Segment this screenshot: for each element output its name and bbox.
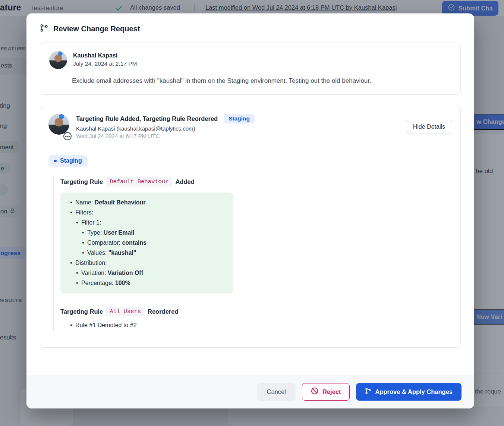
rule-name-chip: All Users [106, 307, 144, 316]
rule-reordered-suffix: Reordered [148, 308, 179, 315]
change-card-header: ••• Targeting Rule Added, Targeting Rule… [40, 106, 460, 146]
change-header-left: ••• Targeting Rule Added, Targeting Rule… [48, 114, 255, 139]
change-header-info: Targeting Rule Added, Targeting Rule Reo… [76, 114, 255, 139]
modal-title: Review Change Request [53, 25, 140, 33]
rule-reordered-prefix: Targeting Rule [60, 308, 103, 315]
rule-added-heading: Targeting Rule Default Behaviour Added [60, 177, 452, 187]
screen: { "colors": { "accent_blue": "#1d5bdb", … [0, 0, 504, 426]
comment-date: July 24, 2024 at 2:17 PM [73, 60, 137, 67]
list-item: Filter 1: [72, 217, 227, 228]
comment-text: Exclude email addresses with "kaushal" i… [72, 77, 451, 85]
branch-icon [365, 388, 372, 396]
approve-apply-label: Approve & Apply Changes [375, 388, 453, 395]
list-item: Rule #1 Demoted to #2 [66, 320, 452, 330]
hide-details-button[interactable]: Hide Details [406, 120, 452, 134]
list-item: Percentage: 100% [72, 278, 227, 288]
rule-name-chip: Default Behaviour [106, 177, 172, 187]
reject-button[interactable]: Reject [302, 383, 350, 401]
rule-added-prefix: Targeting Rule [60, 178, 103, 185]
list-item: Values: "kaushal" [78, 248, 227, 258]
ellipsis-badge-icon: ••• [63, 132, 72, 140]
avatar [49, 51, 67, 69]
cancel-button[interactable]: Cancel [257, 383, 296, 401]
comment-card: Kaushal Kapasi July 24, 2024 at 2:17 PM … [40, 43, 461, 95]
change-author: Kaushal Kapasi (kaushal.kapasi@taplytics… [76, 125, 255, 132]
env-badge: Staging [224, 114, 255, 123]
modal-footer: Cancel Reject Approve & Apply Changes [26, 375, 474, 408]
comment-author-info: Kaushal Kapasi July 24, 2024 at 2:17 PM [73, 51, 137, 69]
rule-added-detail-list: Name: Default Behaviour Filters: Filter … [66, 197, 227, 288]
list-item: Distribution: [66, 258, 227, 268]
branch-icon [40, 24, 48, 34]
change-card: ••• Targeting Rule Added, Targeting Rule… [40, 106, 461, 348]
env-dot-icon [54, 160, 57, 162]
env-pill: Staging [48, 155, 88, 167]
approve-apply-button[interactable]: Approve & Apply Changes [356, 383, 462, 401]
comment-author-name: Kaushal Kapasi [73, 51, 137, 59]
env-pill-label: Staging [60, 157, 82, 164]
change-card-body: Staging Targeting Rule Default Behaviour… [40, 146, 460, 347]
list-item: Filters: [66, 207, 227, 217]
change-title: Targeting Rule Added, Targeting Rule Reo… [76, 115, 218, 122]
change-date: Wed Jul 24 2024 at 6:17 PM UTC [76, 133, 255, 139]
rule-reordered-detail-list: Rule #1 Demoted to #2 [66, 320, 452, 330]
reject-label: Reject [322, 388, 341, 395]
rule-section: Targeting Rule Default Behaviour Added N… [53, 176, 452, 331]
rule-reordered-heading: Targeting Rule All Users Reordered [60, 307, 452, 316]
list-item: Name: Default Behaviour [66, 197, 227, 207]
comment-author-row: Kaushal Kapasi July 24, 2024 at 2:17 PM [49, 51, 451, 69]
avatar [48, 114, 69, 135]
change-title-row: Targeting Rule Added, Targeting Rule Reo… [76, 114, 255, 123]
diff-added-box: Name: Default Behaviour Filters: Filter … [60, 192, 233, 294]
modal-body: Kaushal Kapasi July 24, 2024 at 2:17 PM … [26, 41, 474, 375]
list-item: Comparator: contains [78, 238, 227, 248]
modal-header: Review Change Request [26, 13, 474, 41]
prohibition-icon [311, 387, 319, 397]
avatar-wrap: ••• [48, 114, 69, 139]
review-change-request-modal: Review Change Request Kaushal Kapasi Jul… [26, 13, 474, 408]
list-item: Variation: Variation Off [72, 268, 227, 278]
rule-added-suffix: Added [175, 178, 194, 185]
list-item: Type: User Email [78, 228, 227, 238]
